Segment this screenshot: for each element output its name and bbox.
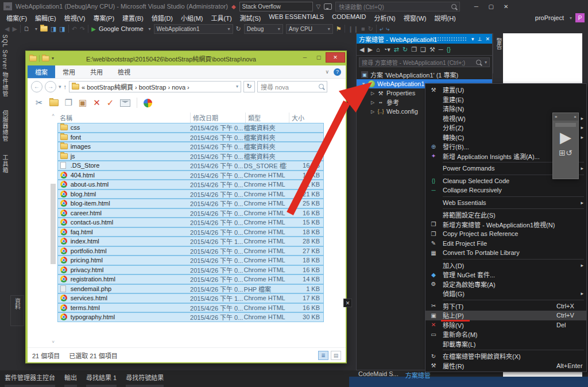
collapsed-arrow-icon[interactable]: ▷	[370, 91, 375, 96]
window-position-icon[interactable]: ▾	[471, 36, 474, 42]
save-icon[interactable]: ◨	[51, 25, 56, 33]
file-row[interactable]: js 2015/4/26 下午 0... 檔案資料夾	[57, 152, 324, 161]
steps-icon[interactable]: ⊞↺	[553, 148, 578, 157]
cut-icon[interactable]: ✂	[36, 98, 43, 108]
file-row[interactable]: images 2015/4/26 下午 0... 檔案資料夾	[57, 142, 324, 152]
bottom-panel-tab[interactable]: 尋找符號結果	[126, 373, 164, 387]
minimize-button[interactable]: ─	[298, 52, 312, 63]
tool-window-tab[interactable]: SQL Server 物件總管	[1, 34, 9, 98]
context-menu-item[interactable]: 建置(U)	[425, 85, 586, 95]
file-row[interactable]: contact-us.html 2015/4/26 下午 0... Chrome…	[57, 218, 324, 227]
back-icon[interactable]: ←	[31, 81, 42, 92]
context-menu-item[interactable]: 重新命名(M)	[425, 330, 586, 339]
menu-item[interactable]: 偵錯(D)	[148, 13, 177, 22]
explorer-titlebar[interactable]: ▾ E:\web\bootstrap\20150426\bootStrap純網頁…	[26, 51, 346, 65]
column-header-type[interactable]: 類型	[246, 113, 289, 123]
undo-icon[interactable]: ↶	[72, 25, 77, 33]
context-menu-item[interactable]: 偵錯(G) ▸	[425, 289, 586, 299]
chevron-down-icon[interactable]: ▾	[35, 26, 37, 32]
nav-pane-scrollbar[interactable]: ˄ ˅	[50, 113, 56, 345]
delete-icon[interactable]: ✕	[93, 98, 100, 108]
show-all-files-icon[interactable]: ❐	[411, 46, 417, 53]
copy-icon[interactable]: ❐	[65, 98, 72, 108]
file-row[interactable]: .DS_Store 2015/4/26 下午 0... DS_STORE 檔案 …	[57, 161, 324, 171]
refresh-icon[interactable]: ↻	[403, 46, 408, 53]
chevron-down-icon[interactable]: ▾	[236, 84, 238, 89]
context-menu-item[interactable]: Web Essentials ▸	[425, 198, 586, 208]
context-menu-item[interactable]: 屬性(R) Alt+Enter	[425, 361, 586, 371]
account-project-dropdown[interactable]: proProject	[535, 14, 564, 21]
pin-icon[interactable]: ⊥	[478, 36, 482, 42]
breadcrumb[interactable]: « bootStrap純網頁 › bootStrap › nova › ▾	[69, 81, 241, 92]
save-all-icon[interactable]: ◨	[59, 25, 65, 33]
chevron-down-icon[interactable]: ▾	[52, 56, 54, 61]
menu-item[interactable]: 說明(H)	[431, 13, 460, 22]
file-row[interactable]: about-us.html 2015/4/26 下午 0... Chrome H…	[57, 180, 324, 189]
ribbon-collapse-icon[interactable]: ∨	[325, 69, 329, 75]
bottom-panel-tab[interactable]: 輸出	[64, 373, 77, 387]
file-row[interactable]: pricing.html 2015/4/26 下午 0... Chrome HT…	[57, 256, 324, 265]
customize-icon[interactable]	[42, 56, 49, 61]
check-icon[interactable]: ✓	[107, 98, 114, 108]
back-icon[interactable]: ◀	[359, 46, 364, 53]
menu-item[interactable]: CODEMAID	[328, 13, 370, 22]
scrollbar-thumb[interactable]	[51, 184, 56, 264]
collapsed-arrow-icon[interactable]: ▷	[370, 100, 375, 105]
recent-locations-icon[interactable]: ▾	[59, 84, 61, 90]
menu-item[interactable]: 檔案(F)	[2, 13, 31, 22]
column-header-name[interactable]: 名稱	[57, 113, 191, 123]
context-menu-item[interactable]: Convert To Portable Library	[425, 248, 586, 258]
tool-window-tab[interactable]: 伺服器總管	[1, 110, 9, 142]
menu-item[interactable]: 建置(B)	[118, 13, 148, 22]
menu-item[interactable]: 分析(N)	[370, 13, 400, 22]
file-row[interactable]: typography.html 2015/4/26 下午 0... Chrome…	[57, 312, 324, 322]
collapse-all-icon[interactable]: ❏	[420, 46, 426, 53]
up-icon[interactable]: ↑	[64, 83, 67, 90]
close-icon[interactable]: ✕	[485, 36, 490, 42]
file-row[interactable]: services.html 2015/4/26 下午 1... Chrome H…	[57, 293, 324, 303]
context-menu-item[interactable]: 加入(D) ▸	[425, 261, 586, 270]
pending-changes-filter-icon[interactable]: ◔▾	[384, 46, 390, 53]
file-row[interactable]: blog-item.html 2015/4/26 下午 0... Chrome …	[57, 199, 324, 208]
new-folder-icon[interactable]	[49, 99, 59, 106]
home-icon[interactable]: ⌂	[376, 46, 380, 53]
ribbon-tab[interactable]: 常用	[55, 65, 83, 78]
ribbon-tab[interactable]: 檔案	[28, 65, 55, 78]
attach-icon[interactable]: ⚑	[336, 25, 342, 33]
file-row[interactable]: 404.html 2015/4/26 下午 0... Chrome HTML D…	[57, 171, 324, 180]
sync-icon[interactable]: ⇄	[394, 46, 399, 53]
browser-select[interactable]: Google Chrome	[99, 25, 144, 32]
paste-icon[interactable]: ▣	[79, 98, 87, 108]
start-debug-icon[interactable]: ▶	[91, 26, 96, 32]
ribbon-tab[interactable]: 檢視	[110, 65, 138, 78]
context-menu-item[interactable]: Collapse Recursively	[425, 185, 586, 195]
menu-item[interactable]: 工具(T)	[207, 13, 236, 22]
file-row[interactable]: css 2015/4/26 下午 0... 檔案資料夾	[57, 123, 324, 133]
context-menu-item[interactable]: 移除(V) Del	[425, 320, 586, 330]
new-file-icon[interactable]: 🗋	[24, 25, 30, 32]
navigate-back-icon[interactable]: ◀	[5, 25, 9, 33]
file-row[interactable]: portfolio.html 2015/4/26 下午 0... Chrome …	[57, 246, 324, 256]
navigate-forward-icon[interactable]: ▶	[12, 25, 17, 33]
column-header-date[interactable]: 修改日期	[191, 113, 246, 123]
tree-item-solution[interactable]: ▣ 方案 'WebApplication1' (1 專案)	[357, 70, 492, 79]
startup-project-combo[interactable]: WebApplication1▾	[154, 24, 233, 34]
close-button[interactable]: ✕	[499, 1, 513, 11]
avatar[interactable]: P	[575, 13, 585, 22]
file-row[interactable]: registration.html 2015/4/26 下午 0... Chro…	[57, 274, 324, 284]
details-view-icon[interactable]: ≣	[318, 351, 328, 360]
thumbnails-view-icon[interactable]: ▤	[331, 351, 341, 360]
file-row[interactable]: blog.html 2015/4/26 下午 0... Chrome HTML …	[57, 189, 324, 199]
comment-bubble-icon[interactable]	[324, 3, 332, 10]
feedback-icon[interactable]: ◆	[231, 3, 236, 10]
mail-icon[interactable]	[120, 99, 130, 107]
context-menu-item[interactable]: 重建(E)	[425, 95, 586, 105]
file-row[interactable]: faq.html 2015/4/26 下午 0... Chrome HTML D…	[57, 227, 324, 237]
panel-close-icon[interactable]: ✕	[343, 299, 352, 307]
refresh-icon[interactable]: ↻	[243, 81, 255, 92]
close-button[interactable]: ✕	[326, 52, 345, 63]
tool-window-tab[interactable]: CodeMaid S...	[358, 370, 399, 380]
menu-item[interactable]: WEB ESSENTIALS	[265, 13, 328, 22]
data-sources-tab[interactable]: 資料	[10, 295, 24, 326]
scroll-up-icon[interactable]: ˄	[50, 113, 56, 118]
